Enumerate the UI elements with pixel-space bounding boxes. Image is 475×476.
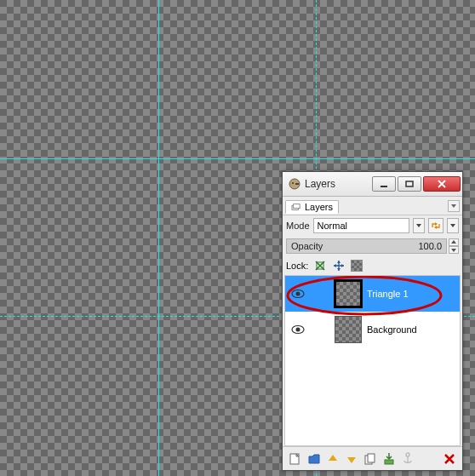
svg-rect-3 xyxy=(381,186,387,187)
layer-row[interactable]: Triangle 1 xyxy=(285,276,460,312)
tab-layers[interactable]: Layers xyxy=(285,200,339,214)
opacity-slider[interactable]: Opacity 100.0 xyxy=(286,238,447,254)
lock-pixels-icon[interactable] xyxy=(313,259,327,272)
window-title: Layers xyxy=(305,178,370,190)
maximize-button[interactable] xyxy=(398,176,421,192)
opacity-spinner xyxy=(449,238,459,254)
anchor-layer-button[interactable] xyxy=(400,451,415,467)
lock-alpha-icon[interactable] xyxy=(351,260,363,272)
layer-thumbnail[interactable] xyxy=(335,316,362,343)
svg-rect-16 xyxy=(385,460,393,464)
opacity-down-button[interactable] xyxy=(449,246,459,254)
mode-extra-caret[interactable] xyxy=(447,218,459,233)
svg-point-1 xyxy=(292,182,294,184)
opacity-label: Opacity xyxy=(291,241,418,251)
svg-point-11 xyxy=(296,328,300,332)
opacity-row: Opacity 100.0 xyxy=(283,236,462,256)
blend-mode-value: Normal xyxy=(318,221,405,231)
blend-mode-row: Mode Normal xyxy=(283,215,462,236)
raise-layer-button[interactable] xyxy=(325,451,341,467)
lock-row: Lock: xyxy=(283,256,462,275)
opacity-up-button[interactable] xyxy=(449,238,459,246)
new-layer-button[interactable] xyxy=(288,451,303,467)
merge-down-button[interactable] xyxy=(381,451,397,467)
layer-row[interactable]: Background xyxy=(285,312,460,347)
layer-thumbnail[interactable] xyxy=(335,280,362,307)
eye-icon xyxy=(291,324,305,335)
svg-point-17 xyxy=(406,453,409,456)
tab-label: Layers xyxy=(305,202,333,212)
svg-point-9 xyxy=(296,292,300,296)
panel-tab-bar: Layers xyxy=(283,197,462,215)
visibility-toggle[interactable] xyxy=(285,324,311,335)
close-button[interactable] xyxy=(423,176,461,192)
app-icon xyxy=(288,177,301,191)
svg-rect-6 xyxy=(294,204,300,208)
window-titlebar[interactable]: Layers xyxy=(283,172,462,197)
svg-rect-15 xyxy=(368,454,375,462)
delete-layer-button[interactable] xyxy=(442,451,457,467)
lock-label: Lock: xyxy=(286,261,308,271)
guide-vertical[interactable] xyxy=(158,0,159,476)
lock-position-icon[interactable] xyxy=(332,259,346,272)
layer-name[interactable]: Background xyxy=(363,324,460,335)
mode-label: Mode xyxy=(286,221,310,231)
layer-name[interactable]: Triangle 1 xyxy=(363,289,460,299)
lower-layer-button[interactable] xyxy=(344,451,359,467)
guide-horizontal[interactable] xyxy=(0,158,475,159)
duplicate-layer-button[interactable] xyxy=(363,451,378,467)
minimize-button[interactable] xyxy=(372,176,396,192)
layers-list: Triangle 1 Background xyxy=(284,275,461,446)
mode-switch-button[interactable] xyxy=(428,218,444,233)
opacity-value: 100.0 xyxy=(418,241,442,251)
panel-menu-button[interactable] xyxy=(448,200,460,212)
new-layer-group-button[interactable] xyxy=(306,451,322,467)
svg-rect-4 xyxy=(406,181,413,186)
layer-toolbar xyxy=(283,446,462,470)
eye-icon xyxy=(291,289,305,299)
blend-mode-caret[interactable] xyxy=(413,218,425,233)
layers-icon xyxy=(291,203,301,211)
blend-mode-dropdown[interactable]: Normal xyxy=(313,218,409,233)
visibility-toggle[interactable] xyxy=(285,289,311,299)
layers-panel-window: Layers Layers Mode xyxy=(282,171,463,471)
svg-rect-2 xyxy=(295,183,299,185)
